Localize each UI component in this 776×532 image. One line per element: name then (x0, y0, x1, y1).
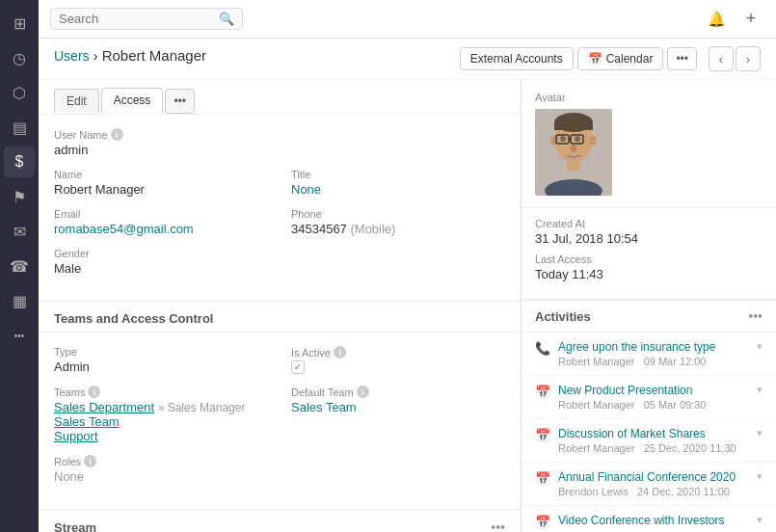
teams-values: Sales Department » Sales Manager Sales T… (54, 400, 268, 443)
activity-item-1: 📅 New Product Presentation Robert Manage… (522, 376, 776, 419)
activity-meta-0: Robert Manager 09 Mar 12:00 (558, 356, 749, 367)
tab-edit[interactable]: Edit (54, 89, 99, 113)
tab-access[interactable]: Access (101, 88, 164, 114)
phone-value: 34534567 (Mobile) (291, 222, 505, 236)
activities-title: Activities (535, 309, 591, 324)
sidebar-icon-barchart[interactable]: ▦ (4, 285, 35, 316)
activity-dropdown-3[interactable]: ▾ (757, 470, 763, 497)
page-header: Users › Robert Manager External Accounts… (39, 39, 776, 80)
sidebar-icon-dollar[interactable]: $ (4, 146, 35, 177)
username-row: User Name i admin (54, 128, 505, 157)
content-area: Edit Access ••• User Name i admin (39, 80, 776, 532)
name-label: Name (54, 169, 268, 180)
name-field: Name Robert Manager (54, 169, 268, 197)
roles-row: Roles i None (54, 455, 505, 484)
activity-dropdown-0[interactable]: ▾ (757, 340, 763, 367)
team-sales-team[interactable]: Sales Team (54, 414, 120, 429)
stream-header: Stream ••• (39, 510, 521, 532)
gender-label: Gender (54, 248, 505, 259)
breadcrumb: Users › Robert Manager (54, 47, 206, 64)
sidebar-icon-briefcase[interactable]: ⚑ (4, 181, 35, 212)
name-title-row: Name Robert Manager Title None (54, 169, 505, 197)
is-active-field: Is Active i ✓ (291, 346, 505, 374)
activity-item-0: 📞 Agree upon the insurance type Robert M… (522, 332, 776, 376)
title-value: None (291, 182, 505, 197)
activity-title-3[interactable]: Annual Financial Conference 2020 (558, 470, 749, 484)
sidebar-icon-mail[interactable]: ✉ (4, 216, 35, 247)
nav-next-button[interactable]: › (736, 46, 761, 71)
activity-title-2[interactable]: Discussion of Market Shares (558, 427, 749, 440)
breadcrumb-current: Robert Manager (102, 47, 206, 64)
gender-value: Male (54, 261, 505, 276)
teams-field: Teams i Sales Department » Sales Manager… (54, 386, 268, 443)
search-input[interactable] (59, 12, 219, 26)
activity-meta-3: Brendon Lewis 24 Dec, 2020 11:00 (558, 486, 749, 497)
calendar-activity-icon-4: 📅 (535, 515, 550, 530)
activity-item-3: 📅 Annual Financial Conference 2020 Brend… (522, 463, 776, 506)
sidebar-icon-grid[interactable]: ⊞ (4, 8, 35, 39)
type-isactive-row: Type Admin Is Active i ✓ (54, 346, 505, 374)
username-value: admin (54, 143, 505, 157)
team-sales-dept[interactable]: Sales Department (54, 400, 154, 414)
type-field: Type Admin (54, 346, 268, 374)
avatar-image (535, 109, 612, 196)
activity-title-1[interactable]: New Product Presentation (558, 384, 749, 397)
sidebar-icon-chart[interactable]: ▤ (4, 112, 35, 143)
svg-rect-16 (567, 161, 580, 171)
calendar-button[interactable]: 📅 Calendar (577, 47, 664, 70)
activity-item-4: 📅 Video Conference with Investors ▾ (522, 506, 776, 532)
calendar-activity-icon-1: 📅 (535, 385, 550, 400)
search-box[interactable]: 🔍 (50, 8, 243, 30)
phone-activity-icon: 📞 (535, 341, 550, 357)
breadcrumb-separator: › (93, 47, 101, 64)
calendar-activity-icon-2: 📅 (535, 428, 550, 443)
teams-label: Teams i (54, 386, 268, 398)
activities-header: Activities ••• (522, 301, 776, 332)
plus-icon[interactable]: + (737, 6, 764, 33)
svg-point-12 (560, 136, 566, 142)
sidebar-icon-tag[interactable]: ⬡ (4, 77, 35, 108)
roles-value: None (54, 469, 505, 484)
nav-prev-button[interactable]: ‹ (709, 46, 734, 71)
breadcrumb-parent[interactable]: Users (54, 48, 90, 64)
activity-title-0[interactable]: Agree upon the insurance type (558, 340, 749, 354)
header-more-button[interactable]: ••• (667, 47, 697, 70)
sidebar: ⊞ ◷ ⬡ ▤ $ ⚑ ✉ ☎ ▦ ••• (0, 0, 39, 532)
activity-content-1: New Product Presentation Robert Manager … (558, 384, 749, 411)
gender-row: Gender Male (54, 248, 505, 276)
external-accounts-button[interactable]: External Accounts (460, 47, 574, 70)
email-label: Email (54, 208, 268, 220)
bell-icon[interactable]: 🔔 (703, 6, 730, 33)
activity-title-4[interactable]: Video Conference with Investors (558, 514, 749, 527)
right-panel: Avatar (521, 80, 776, 532)
username-label: User Name i (54, 128, 505, 141)
sidebar-icon-clock[interactable]: ◷ (4, 42, 35, 73)
stream-more-button[interactable]: ••• (491, 519, 505, 532)
email-value: romabase54@gmail.com (54, 222, 268, 236)
meta-section: Created At 31 Jul, 2018 10:54 Last Acces… (522, 208, 776, 300)
activity-dropdown-1[interactable]: ▾ (757, 384, 763, 411)
is-active-checkbox[interactable]: ✓ (291, 360, 305, 374)
activity-content-4: Video Conference with Investors (558, 514, 749, 530)
svg-point-14 (571, 145, 576, 152)
activity-dropdown-4[interactable]: ▾ (757, 514, 763, 530)
activity-dropdown-2[interactable]: ▾ (757, 427, 763, 454)
svg-point-15 (562, 152, 585, 162)
tab-more[interactable]: ••• (165, 89, 195, 114)
activity-content-0: Agree upon the insurance type Robert Man… (558, 340, 749, 367)
sidebar-icon-phone[interactable]: ☎ (4, 251, 35, 281)
external-accounts-label: External Accounts (470, 52, 563, 66)
created-at-label: Created At (535, 218, 763, 229)
team-support[interactable]: Support (54, 429, 98, 443)
teams-defaultteam-row: Teams i Sales Department » Sales Manager… (54, 386, 505, 443)
avatar-label: Avatar (535, 92, 763, 103)
stream-title: Stream (54, 520, 96, 533)
sidebar-icon-more[interactable]: ••• (4, 320, 35, 351)
is-active-info-icon: i (334, 346, 346, 359)
last-access-value: Today 11:43 (535, 267, 763, 281)
title-label: Title (291, 169, 505, 180)
activities-more-button[interactable]: ••• (748, 308, 763, 324)
default-team-info-icon: i (357, 386, 369, 398)
type-label: Type (54, 346, 268, 358)
tab-bar: Edit Access ••• (39, 80, 521, 115)
